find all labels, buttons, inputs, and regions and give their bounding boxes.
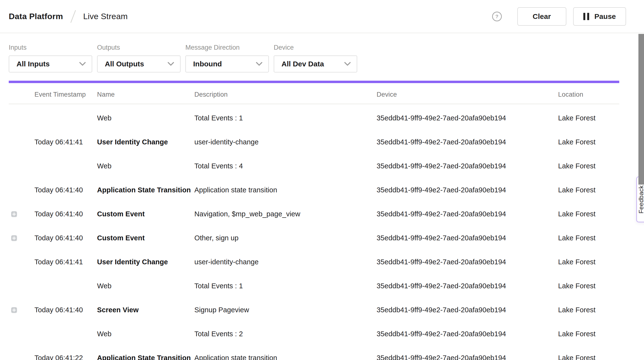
cell-expand (9, 307, 34, 313)
cell-description: Navigation, $mp_web_page_view (194, 210, 376, 218)
cell-device: 35eddb41-9ff9-49e2-7aed-20afa90eb194 (376, 186, 558, 194)
plus-icon (12, 308, 16, 312)
cell-location: Lake Forest (558, 138, 619, 146)
plus-icon (12, 212, 16, 216)
cell-event-timestamp: Today 06:41:40 (34, 210, 97, 218)
pause-icon (583, 13, 589, 20)
cell-device: 35eddb41-9ff9-49e2-7aed-20afa90eb194 (376, 258, 558, 266)
chevron-down-icon (344, 62, 351, 66)
device-filter-select[interactable]: All Dev Data (274, 55, 357, 72)
message-direction-filter-label: Message Direction (186, 44, 269, 51)
cell-location: Lake Forest (558, 330, 619, 338)
header-actions: ? Clear Pause (492, 7, 626, 26)
table-row[interactable]: Today 06:41:40 Custom Event Navigation, … (9, 202, 619, 226)
cell-event-timestamp: Today 06:41:40 (34, 234, 97, 242)
cell-device: 35eddb41-9ff9-49e2-7aed-20afa90eb194 (376, 354, 558, 360)
table-row[interactable]: Web Total Events : 4 35eddb41-9ff9-49e2-… (9, 154, 619, 178)
cell-description: Total Events : 4 (194, 162, 376, 170)
cell-device: 35eddb41-9ff9-49e2-7aed-20afa90eb194 (376, 210, 558, 218)
expand-row-button[interactable] (11, 307, 17, 313)
breadcrumb-section[interactable]: Data Platform (9, 12, 63, 21)
pause-button[interactable]: Pause (573, 7, 626, 26)
filter-group-device: Device All Dev Data (274, 44, 357, 72)
expand-row-button[interactable] (11, 211, 17, 217)
cell-event-timestamp: Today 06:41:40 (34, 306, 97, 314)
cell-description: Total Events : 1 (194, 282, 376, 290)
cell-location: Lake Forest (558, 234, 619, 242)
cell-name: User Identity Change (97, 138, 194, 146)
outputs-filter-label: Outputs (97, 44, 180, 51)
cell-expand (9, 139, 34, 145)
cell-description: user-identity-change (194, 258, 376, 266)
filter-group-message-direction: Message Direction Inbound (186, 44, 269, 72)
cell-location: Lake Forest (558, 258, 619, 266)
cell-description: user-identity-change (194, 138, 376, 146)
cell-expand (9, 259, 34, 265)
table-row[interactable]: Today 06:41:22 Application State Transit… (9, 346, 619, 360)
table-row[interactable]: Today 06:41:41 User Identity Change user… (9, 250, 619, 274)
table-row[interactable]: Today 06:41:40 Screen View Signup Pagevi… (9, 298, 619, 322)
cell-location: Lake Forest (558, 282, 619, 290)
events-table: Event Timestamp Name Description Device … (9, 83, 619, 360)
table-row[interactable]: Web Total Events : 1 35eddb41-9ff9-49e2-… (9, 106, 619, 130)
clear-button[interactable]: Clear (517, 7, 566, 26)
cell-expand (9, 115, 34, 121)
filter-group-outputs: Outputs All Outputs (97, 44, 180, 72)
cell-expand (9, 331, 34, 337)
cell-description: Application state transition (194, 354, 376, 360)
expand-row-button[interactable] (11, 235, 17, 241)
cell-name: Web (97, 162, 194, 170)
cell-event-timestamp: Today 06:41:40 (34, 186, 97, 194)
cell-location: Lake Forest (558, 210, 619, 218)
outputs-filter-value: All Outputs (105, 60, 144, 68)
cell-device: 35eddb41-9ff9-49e2-7aed-20afa90eb194 (376, 306, 558, 314)
cell-location: Lake Forest (558, 306, 619, 314)
clear-button-label: Clear (532, 12, 551, 20)
cell-expand (9, 283, 34, 289)
cell-name: Web (97, 282, 194, 290)
cell-description: Other, sign up (194, 234, 376, 242)
cell-name: User Identity Change (97, 258, 194, 266)
cell-name: Web (97, 330, 194, 338)
cell-location: Lake Forest (558, 162, 619, 170)
column-description: Description (194, 91, 376, 98)
live-stream-progress-bar (9, 81, 619, 83)
cell-location: Lake Forest (558, 186, 619, 194)
vertical-scrollbar-thumb[interactable] (638, 34, 644, 184)
cell-location: Lake Forest (558, 354, 619, 360)
cell-expand (9, 163, 34, 169)
message-direction-filter-select[interactable]: Inbound (186, 55, 269, 72)
table-body: Web Total Events : 1 35eddb41-9ff9-49e2-… (9, 104, 619, 360)
inputs-filter-label: Inputs (9, 44, 92, 51)
inputs-filter-select[interactable]: All Inputs (9, 55, 92, 72)
cell-event-timestamp: Today 06:41:41 (34, 258, 97, 266)
cell-device: 35eddb41-9ff9-49e2-7aed-20afa90eb194 (376, 330, 558, 338)
cell-description: Signup Pageview (194, 306, 376, 314)
cell-expand (9, 211, 34, 217)
cell-expand (9, 187, 34, 193)
column-location: Location (558, 91, 619, 98)
cell-device: 35eddb41-9ff9-49e2-7aed-20afa90eb194 (376, 282, 558, 290)
table-row[interactable]: Web Total Events : 2 35eddb41-9ff9-49e2-… (9, 322, 619, 346)
breadcrumb-separator-icon (70, 10, 76, 23)
column-name: Name (97, 91, 194, 98)
table-row[interactable]: Today 06:41:40 Application State Transit… (9, 178, 619, 202)
cell-name: Application State Transition (97, 186, 194, 194)
table-row[interactable]: Today 06:41:41 User Identity Change user… (9, 130, 619, 154)
cell-description: Application state transition (194, 186, 376, 194)
cell-name: Screen View (97, 306, 194, 314)
help-icon[interactable]: ? (492, 12, 502, 21)
cell-device: 35eddb41-9ff9-49e2-7aed-20afa90eb194 (376, 138, 558, 146)
cell-device: 35eddb41-9ff9-49e2-7aed-20afa90eb194 (376, 162, 558, 170)
cell-name: Custom Event (97, 234, 194, 242)
outputs-filter-select[interactable]: All Outputs (97, 55, 180, 72)
live-stream-page: Data Platform Live Stream ? Clear Pause … (0, 0, 644, 360)
table-row[interactable]: Today 06:41:40 Custom Event Other, sign … (9, 226, 619, 250)
plus-icon (12, 236, 16, 240)
message-direction-filter-value: Inbound (193, 60, 222, 68)
table-row[interactable]: Web Total Events : 1 35eddb41-9ff9-49e2-… (9, 274, 619, 298)
inputs-filter-value: All Inputs (16, 60, 50, 68)
cell-location: Lake Forest (558, 114, 619, 122)
cell-name: Custom Event (97, 210, 194, 218)
cell-expand (9, 355, 34, 360)
